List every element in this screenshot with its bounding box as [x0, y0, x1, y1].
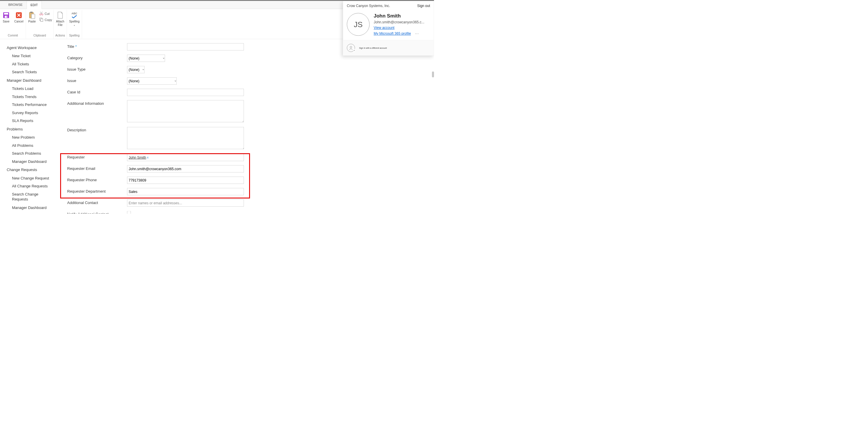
- view-account-link[interactable]: View account: [374, 26, 425, 30]
- cancel-label: Cancel: [14, 20, 23, 23]
- sign-in-different-account[interactable]: + Sign in with a different account: [343, 40, 434, 56]
- nav-search-tickets[interactable]: Search Tickets: [7, 68, 58, 76]
- ribbon-group-spelling-label: Spelling: [69, 33, 80, 38]
- spelling-label: Spelling▾: [69, 20, 80, 27]
- cut-button[interactable]: Cut: [39, 11, 52, 17]
- spelling-button[interactable]: ABC Spelling▾: [68, 11, 81, 27]
- nav-survey-reports[interactable]: Survey Reports: [7, 109, 58, 117]
- nav-all-change-requests[interactable]: All Change Requests: [7, 182, 58, 190]
- left-nav: Agent Workspace New Ticket All Tickets S…: [0, 43, 58, 214]
- ribbon-group-spelling: ABC Spelling▾ Spelling: [67, 10, 82, 39]
- label-requester-email: Requester Email: [67, 165, 127, 171]
- input-requester-department[interactable]: [127, 188, 244, 195]
- save-icon: [2, 11, 10, 19]
- nav-problems-manager-dashboard[interactable]: Manager Dashboard: [7, 158, 58, 166]
- label-case-id: Case Id: [67, 89, 127, 95]
- nav-agent-workspace[interactable]: Agent Workspace: [7, 43, 58, 52]
- content-area: Agent Workspace New Ticket All Tickets S…: [0, 39, 434, 214]
- requester-remove-icon[interactable]: x: [147, 156, 149, 159]
- input-additional-contact[interactable]: Enter names or email addresses...: [127, 200, 244, 207]
- nav-tickets-trends[interactable]: Tickets Trends: [7, 93, 58, 101]
- nav-manager-dashboard[interactable]: Manager Dashboard: [7, 76, 58, 85]
- label-notify-additional-contact: Notify Additional Contact: [67, 211, 127, 214]
- paste-icon: [28, 11, 36, 19]
- copy-button[interactable]: Copy: [39, 18, 52, 23]
- nav-tickets-load[interactable]: Tickets Load: [7, 85, 58, 93]
- svg-rect-3: [7, 16, 7, 18]
- attach-file-label: Attach File: [56, 20, 64, 27]
- copy-icon: [39, 18, 43, 23]
- ticket-form: Title * Category (None) Issue Type (None…: [58, 43, 244, 214]
- nav-tickets-performance[interactable]: Tickets Performance: [7, 101, 58, 109]
- input-requester-phone[interactable]: [127, 177, 244, 184]
- checkbox-notify-additional-contact[interactable]: [127, 211, 131, 214]
- account-flyout: Crow Canyon Systems, Inc. Sign out JS Jo…: [343, 1, 434, 56]
- tab-browse[interactable]: BROWSE: [4, 1, 27, 9]
- org-name: Crow Canyon Systems, Inc.: [347, 4, 390, 8]
- select-issue-type[interactable]: (None): [127, 66, 145, 73]
- input-requester-email[interactable]: [127, 165, 244, 172]
- avatar: JS: [347, 13, 370, 36]
- svg-rect-7: [32, 14, 35, 19]
- nav-problems[interactable]: Problems: [7, 125, 58, 134]
- nav-all-tickets[interactable]: All Tickets: [7, 60, 58, 68]
- nav-new-change-request[interactable]: New Change Request: [7, 174, 58, 183]
- nav-new-problem[interactable]: New Problem: [7, 133, 58, 141]
- nav-all-problems[interactable]: All Problems: [7, 141, 58, 150]
- nav-knowledge-base[interactable]: Knowledge Base: [7, 211, 58, 214]
- ribbon-group-commit-label: Commit: [8, 33, 18, 38]
- cancel-icon: [15, 11, 23, 19]
- label-category: Category: [67, 55, 127, 60]
- scrollbar[interactable]: [432, 71, 434, 77]
- textarea-additional-info[interactable]: [127, 100, 244, 122]
- paste-button[interactable]: Paste: [27, 11, 37, 23]
- nav-sla-reports[interactable]: SLA Reports: [7, 117, 58, 125]
- svg-rect-1: [4, 13, 8, 14]
- tab-edit[interactable]: EDIT: [27, 1, 42, 9]
- label-additional-info: Additional Information: [67, 100, 127, 106]
- input-requester[interactable]: John Smith x: [127, 154, 244, 161]
- nav-search-problems[interactable]: Search Problems: [7, 150, 58, 158]
- more-icon[interactable]: ···: [415, 31, 419, 36]
- nav-changes-manager-dashboard[interactable]: Manager Dashboard: [7, 203, 58, 211]
- input-title[interactable]: [127, 43, 244, 51]
- label-title: Title *: [67, 43, 127, 49]
- sign-out-link[interactable]: Sign out: [417, 4, 430, 8]
- cut-label: Cut: [45, 12, 50, 16]
- save-label: Save: [3, 20, 10, 23]
- label-requester-department: Requester Department: [67, 188, 127, 194]
- nav-change-requests[interactable]: Change Requests: [7, 165, 58, 174]
- svg-rect-11: [40, 19, 43, 22]
- chevron-down-icon: ▾: [74, 24, 75, 26]
- label-requester-phone: Requester Phone: [67, 177, 127, 183]
- ribbon-group-commit: Save Cancel Commit: [0, 10, 26, 39]
- svg-rect-6: [30, 12, 33, 13]
- select-category[interactable]: (None): [127, 55, 165, 62]
- input-case-id[interactable]: [127, 89, 244, 96]
- label-issue: Issue: [67, 78, 127, 83]
- add-account-icon: +: [347, 44, 355, 52]
- ribbon-group-clipboard-label: Clipboard: [34, 33, 46, 38]
- copy-label: Copy: [45, 18, 52, 22]
- spelling-icon: ABC: [70, 11, 78, 19]
- paste-label: Paste: [28, 20, 36, 23]
- nav-search-change-requests[interactable]: Search Change Requests: [7, 190, 48, 204]
- cut-icon: [39, 11, 43, 17]
- save-button[interactable]: Save: [1, 11, 11, 23]
- attach-file-button[interactable]: Attach File: [55, 11, 65, 27]
- label-requester: Requester: [67, 154, 127, 160]
- my-profile-link[interactable]: My Microsoft 365 profile: [374, 32, 411, 36]
- label-additional-contact: Additional Contact: [67, 200, 127, 205]
- account-email: John.smith@crowcanyon365.c...: [374, 20, 425, 24]
- account-name: John Smith: [374, 13, 425, 19]
- ribbon-group-clipboard: Paste Cut Copy: [26, 10, 54, 39]
- ribbon-group-actions: Attach File Actions: [54, 10, 67, 39]
- svg-point-14: [350, 46, 352, 48]
- cancel-button[interactable]: Cancel: [13, 11, 24, 23]
- select-issue[interactable]: (None): [127, 78, 177, 85]
- nav-new-ticket[interactable]: New Ticket: [7, 52, 58, 60]
- requester-chip[interactable]: John Smith: [129, 156, 146, 160]
- textarea-description[interactable]: [127, 127, 244, 149]
- sign-in-different-account-label: Sign in with a different account: [359, 47, 387, 49]
- attach-file-icon: [56, 11, 64, 19]
